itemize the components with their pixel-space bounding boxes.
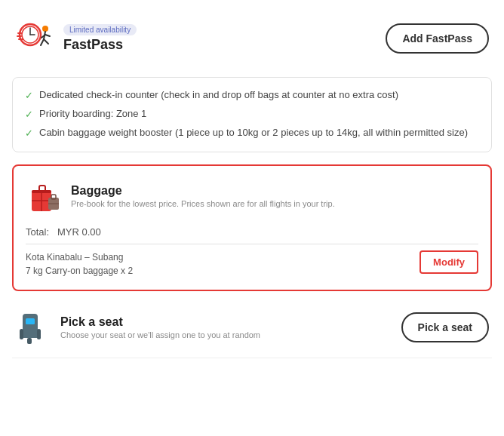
baggage-header: Baggage Pre-book for the lowest price. P… bbox=[26, 178, 478, 214]
check-icon-1: ✓ bbox=[25, 89, 33, 103]
svg-rect-23 bbox=[20, 329, 23, 339]
baggage-subtitle: Pre-book for the lowest price. Prices sh… bbox=[71, 199, 335, 208]
baggage-divider bbox=[26, 244, 478, 244]
check-icon-2: ✓ bbox=[25, 108, 33, 121]
svg-rect-24 bbox=[37, 329, 41, 339]
benefits-box: ✓ Dedicated check-in counter (check in a… bbox=[12, 77, 492, 152]
baggage-section: Baggage Pre-book for the lowest price. P… bbox=[12, 164, 492, 291]
benefit-item-2: ✓ Priority boarding: Zone 1 bbox=[25, 107, 479, 121]
svg-rect-25 bbox=[27, 338, 32, 344]
modify-button[interactable]: Modify bbox=[419, 250, 478, 274]
svg-line-10 bbox=[44, 39, 48, 44]
fastpass-icon bbox=[15, 18, 56, 59]
add-fastpass-button[interactable]: Add FastPass bbox=[386, 23, 489, 54]
baggage-icon bbox=[26, 178, 62, 214]
seat-subtitle: Choose your seat or we'll assign one to … bbox=[60, 330, 260, 339]
fastpass-left: Limited availability FastPass bbox=[15, 18, 137, 59]
pick-seat-button[interactable]: Pick a seat bbox=[401, 312, 489, 342]
svg-point-7 bbox=[42, 26, 48, 32]
svg-rect-22 bbox=[21, 332, 39, 338]
baggage-total-label: Total: bbox=[26, 226, 49, 238]
benefit-item-3: ✓ Cabin baggage weight booster (1 piece … bbox=[25, 126, 479, 140]
seat-title: Pick a seat bbox=[60, 315, 260, 329]
benefit-text-3: Cabin baggage weight booster (1 piece up… bbox=[39, 126, 468, 140]
baggage-title: Baggage bbox=[71, 184, 335, 198]
svg-rect-26 bbox=[26, 318, 35, 324]
svg-line-12 bbox=[45, 35, 50, 36]
baggage-total: Total: MYR 0.00 bbox=[26, 223, 478, 238]
svg-line-9 bbox=[41, 39, 44, 45]
limited-availability-badge: Limited availability bbox=[63, 24, 137, 35]
baggage-details-text: Kota Kinabalu – Subang 7 kg Carry-on bag… bbox=[26, 250, 133, 278]
baggage-detail: 7 kg Carry-on baggage x 2 bbox=[26, 264, 133, 278]
baggage-header-text: Baggage Pre-book for the lowest price. P… bbox=[71, 184, 335, 208]
baggage-total-value: MYR 0.00 bbox=[57, 226, 101, 238]
benefit-text-2: Priority boarding: Zone 1 bbox=[39, 107, 146, 121]
benefit-text-1: Dedicated check-in counter (check in and… bbox=[39, 88, 398, 102]
fastpass-title: FastPass bbox=[63, 37, 137, 53]
fastpass-text-block: Limited availability FastPass bbox=[63, 24, 137, 53]
check-icon-3: ✓ bbox=[25, 127, 33, 140]
benefit-item-1: ✓ Dedicated check-in counter (check in a… bbox=[25, 88, 479, 103]
page-container: Limited availability FastPass Add FastPa… bbox=[0, 0, 504, 370]
seat-left: Pick a seat Choose your seat or we'll as… bbox=[15, 309, 260, 345]
seat-text: Pick a seat Choose your seat or we'll as… bbox=[60, 315, 260, 339]
baggage-details-row: Kota Kinabalu – Subang 7 kg Carry-on bag… bbox=[26, 250, 478, 278]
baggage-route: Kota Kinabalu – Subang bbox=[26, 250, 133, 264]
seat-section: Pick a seat Choose your seat or we'll as… bbox=[12, 303, 492, 358]
fastpass-section: Limited availability FastPass Add FastPa… bbox=[12, 12, 492, 65]
seat-icon bbox=[15, 309, 51, 345]
